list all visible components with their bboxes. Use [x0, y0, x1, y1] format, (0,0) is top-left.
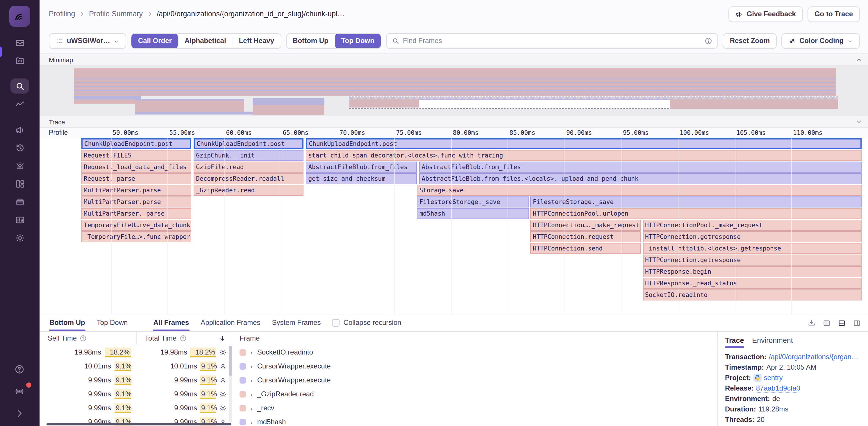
expand-row-icon[interactable]: › [251, 391, 253, 397]
frame-span[interactable]: HTTPConnection.request [530, 231, 641, 242]
frame-span[interactable]: _install_httplib.<locals>.getresponse [643, 243, 862, 254]
sidebar-item-whats-new[interactable] [10, 384, 29, 399]
tab-system-frames[interactable]: System Frames [272, 315, 321, 331]
details-tab-environment[interactable]: Environment [752, 336, 793, 348]
frame-span[interactable]: FilestoreStorage._save [530, 196, 862, 207]
frame-span[interactable]: GzipChunk.__init__ [194, 150, 304, 161]
frame-span[interactable]: MultiPartParser.parse [82, 185, 191, 196]
export-profile-icon[interactable] [808, 319, 816, 327]
sidebar-item-issues[interactable] [10, 35, 29, 50]
frame-span[interactable]: HTTPConnection.send [530, 243, 641, 254]
frame-span[interactable]: HTTPConnection.getresponse [643, 255, 862, 266]
frame-span[interactable]: AbstractFileBlob.from_files [306, 162, 417, 173]
frame-span[interactable]: MultiPartParser.parse [82, 196, 191, 207]
go-to-trace-button[interactable]: Go to Trace [808, 6, 860, 22]
detail-value[interactable]: 87aab1d9cfa0 [756, 383, 800, 393]
frame-span[interactable]: ChunkUploadEndpoint.post [194, 138, 304, 150]
frame-span[interactable]: HTTPConnection…._make_request [530, 220, 641, 231]
layout-left-icon[interactable] [823, 319, 831, 327]
sidebar-item-settings[interactable] [10, 230, 29, 245]
frame-span[interactable]: HTTPConnectionPool._make_request [643, 220, 862, 231]
frame-span[interactable]: Storage.save [417, 185, 862, 196]
frame-span[interactable]: HTTPConnectionPool.urlopen [530, 208, 862, 219]
details-tab-trace[interactable]: Trace [725, 336, 744, 348]
table-row[interactable]: 19.98ms18.2%19.98ms18.2%›SocketIO.readin… [39, 345, 717, 359]
reset-zoom-button[interactable]: Reset Zoom [723, 33, 777, 48]
frame-span[interactable]: FilestoreStorage._save [417, 196, 529, 207]
frame-span[interactable]: md5hash [417, 208, 529, 219]
frame-span[interactable]: Request._load_data_and_files [82, 162, 191, 173]
layout-right-icon[interactable] [853, 319, 861, 327]
frame-span[interactable]: SocketIO.readinto [643, 289, 862, 300]
frame-span[interactable]: MultiPartParser._parse [82, 208, 191, 219]
expand-row-icon[interactable]: › [251, 363, 253, 369]
frame-span[interactable]: HTTPResponse.begin [643, 266, 862, 277]
table-row[interactable]: 9.99ms9.1%9.99ms9.1%›CursorWrapper.execu… [39, 373, 717, 387]
find-frames-input[interactable] [403, 37, 702, 45]
sidebar-item-help[interactable] [10, 362, 29, 377]
expand-row-icon[interactable]: › [251, 419, 253, 425]
sidebar-item-expand[interactable] [10, 406, 29, 421]
column-header-frame[interactable]: Frame [231, 332, 717, 345]
flamegraph[interactable]: ChunkUploadEndpoint.postChunkUploadEndpo… [39, 138, 868, 314]
collapse-minimap-icon[interactable] [856, 56, 862, 63]
sidebar-item-insights[interactable] [10, 96, 29, 111]
breadcrumb-profiling[interactable]: Profiling [49, 10, 75, 18]
frame-span[interactable]: ChunkUploadEndpoint.post [306, 138, 862, 150]
thread-selector[interactable]: uWSGIWor… [49, 33, 126, 48]
tab-all-frames[interactable]: All Frames [153, 315, 189, 331]
direction-option-top-down[interactable]: Top Down [335, 33, 381, 48]
sort-option-left-heavy[interactable]: Left Heavy [232, 33, 280, 48]
frame-span[interactable]: AbstractFileBlob.from_files [420, 162, 862, 173]
sidebar-item-alerts[interactable] [10, 158, 29, 173]
frame-span[interactable]: HTTPResponse._read_status [643, 278, 862, 289]
table-row[interactable]: 10.01ms9.1%10.01ms9.1%›CursorWrapper.exe… [39, 359, 717, 373]
sidebar-item-releases[interactable] [10, 194, 29, 209]
frame-span[interactable]: Request._parse [82, 173, 191, 184]
sidebar-item-replays[interactable] [10, 140, 29, 155]
minimap-viewport[interactable] [349, 96, 838, 109]
sort-option-alphabetical[interactable]: Alphabetical [178, 33, 232, 48]
direction-option-bottom-up[interactable]: Bottom Up [286, 33, 335, 48]
expand-row-icon[interactable]: › [251, 377, 253, 383]
sort-option-call-order[interactable]: Call Order [132, 33, 178, 48]
table-horizontal-scrollbar[interactable] [46, 423, 231, 425]
layout-bottom-icon[interactable] [838, 319, 846, 327]
table-row[interactable]: 9.99ms9.1%9.99ms9.1%›_GzipReader.read [39, 387, 717, 401]
frame-span[interactable]: GzipFile.read [194, 162, 304, 173]
frame-span[interactable]: HTTPConnection.getresponse [643, 231, 862, 242]
detail-value[interactable]: /api/0/organizations/{organ… [769, 352, 859, 362]
collapse-recursion-checkbox[interactable]: Collapse recursion [332, 319, 401, 331]
sidebar-item-projects[interactable] [10, 53, 29, 68]
breadcrumb-profile-summary[interactable]: Profile Summary [89, 10, 143, 18]
expand-row-icon[interactable]: › [251, 405, 253, 411]
minimap-canvas[interactable] [39, 66, 868, 116]
color-coding-dropdown[interactable]: Color Coding [781, 33, 860, 48]
expand-row-icon[interactable]: › [251, 349, 253, 355]
table-vertical-scrollbar[interactable] [229, 346, 232, 423]
tab-application-frames[interactable]: Application Frames [200, 315, 261, 331]
collapse-trace-icon[interactable] [856, 119, 862, 125]
sidebar-item-feedback[interactable] [10, 122, 29, 137]
frame-span[interactable]: AbstractFileBlob.from_files.<locals>._up… [420, 173, 862, 184]
sidebar-item-stats[interactable] [10, 212, 29, 227]
frame-span[interactable]: get_size_and_checksum [306, 173, 417, 184]
column-header-total-time[interactable]: Total Time [136, 332, 231, 345]
info-icon[interactable] [705, 37, 712, 44]
frame-span[interactable]: _GzipReader.read [194, 185, 304, 196]
frame-span[interactable]: _TemporaryFile…>.func_wrapper [82, 231, 191, 242]
frame-span[interactable]: start_child_span_decorator.<locals>.func… [306, 150, 862, 161]
sentry-logo[interactable] [9, 6, 30, 27]
question-circle-icon[interactable] [179, 335, 186, 342]
tab-bottom-up[interactable]: Bottom Up [49, 315, 86, 331]
frame-span[interactable]: TemporaryFileU…ive_data_chunk [82, 220, 191, 231]
frame-span[interactable]: Request.FILES [82, 150, 191, 161]
sidebar-item-explore[interactable] [10, 78, 29, 94]
sidebar-item-dashboards[interactable] [10, 176, 29, 191]
question-circle-icon[interactable] [80, 335, 87, 342]
frame-span[interactable]: DecompressReader.readall [194, 173, 304, 184]
sort-descending-icon[interactable] [219, 334, 226, 342]
column-header-self-time[interactable]: Self Time [39, 332, 136, 345]
detail-value[interactable]: sentry [764, 372, 782, 383]
table-row[interactable]: 9.99ms9.1%9.99ms9.1%›_recv [39, 401, 717, 415]
